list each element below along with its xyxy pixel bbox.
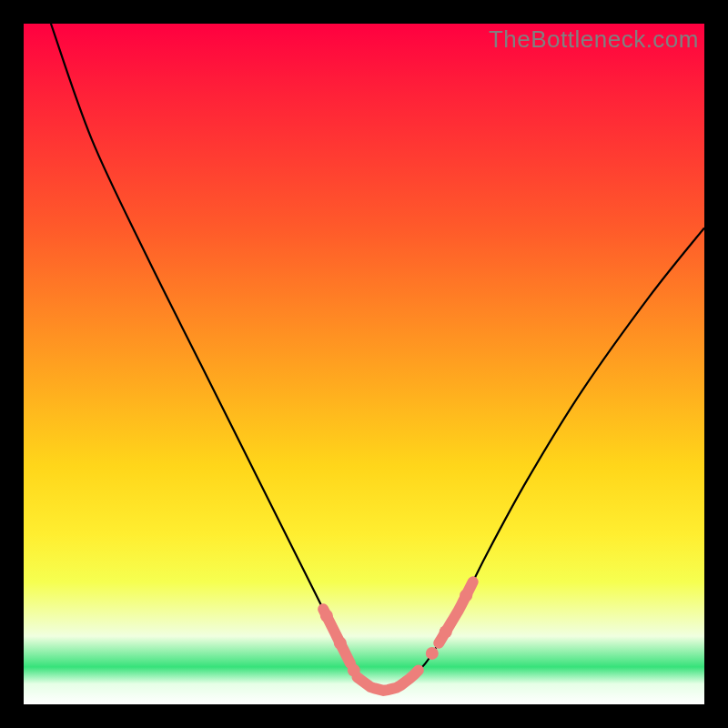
highlight-dot — [334, 637, 347, 650]
bottleneck-curve — [51, 24, 704, 691]
highlight-dot — [440, 625, 452, 638]
plot-area — [24, 24, 704, 704]
watermark-text: TheBottleneck.com — [489, 25, 699, 54]
highlight-dot — [348, 664, 360, 677]
highlight-dots — [320, 589, 472, 676]
curve-layer — [24, 24, 704, 704]
highlight-segment — [358, 671, 419, 691]
highlight-dot — [460, 589, 472, 602]
highlight-segments — [323, 581, 473, 690]
highlight-dot — [320, 610, 333, 622]
highlight-dot — [426, 647, 439, 660]
chart-frame: TheBottleneck.com — [0, 0, 728, 728]
